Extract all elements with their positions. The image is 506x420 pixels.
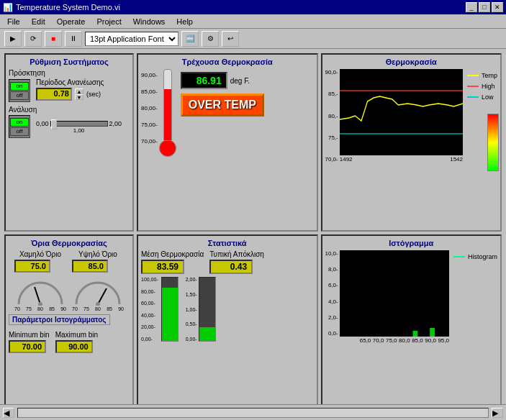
max-bin-group: Maximum bin 90.00 — [55, 331, 98, 353]
bottom-bar: ◀ ▶ — [0, 404, 506, 420]
high-legend-color — [467, 86, 479, 87]
low-limit-input[interactable]: 75.0 — [14, 260, 50, 273]
menu-file[interactable]: File — [4, 17, 23, 27]
chart-y-labels: 90,0-85,-80,-75,-70,0- — [325, 69, 338, 163]
min-bin-group: Minimum bin 70.00 — [9, 331, 50, 353]
svg-line-2 — [35, 287, 40, 304]
thermo-scale-1: 70,00- — [141, 138, 158, 145]
tool-btn3[interactable]: ↩ — [222, 31, 239, 47]
limits-panel: Όρια Θερμοκρασίας Χαμηλό Όριο 75.0 70758… — [4, 234, 134, 413]
bar2-scale: 2,00-1,50-1,00-0,50-0,00- — [186, 277, 197, 342]
mean-label: Μέση Θερμοκρασία — [141, 250, 204, 258]
svg-rect-7 — [430, 328, 435, 337]
stats-panel-title: Στατιστικά — [141, 239, 314, 247]
svg-rect-6 — [412, 331, 417, 337]
minimize-button[interactable]: _ — [466, 2, 477, 12]
proximity-switch[interactable]: on off — [9, 79, 30, 102]
high-limit-input[interactable]: 85.0 — [72, 260, 108, 273]
run-cont-button[interactable]: ⟳ — [24, 31, 42, 47]
thermo-panel-title: Τρέχουσα Θερμοκρασία — [141, 58, 314, 66]
chart-panel-title: Θερμοκρασία — [325, 58, 498, 66]
system-panel-title: Ρύθμιση Συστήματος — [9, 58, 130, 66]
switch-on[interactable]: on — [10, 82, 29, 91]
stats-panel: Στατιστικά Μέση Θερμοκρασία 83.59 Τυπική… — [137, 234, 318, 413]
toolbar: ▶ ⟳ ■ ⏸ 13pt Application Font 🔤 ⚙ ↩ — [0, 29, 506, 49]
hist-params-title: Παράμετροι Ιστογράμματος — [9, 314, 110, 325]
low-legend-color — [467, 96, 479, 98]
spin-up[interactable]: ▲ — [75, 88, 83, 94]
low-limit-group: Χαμηλό Όριο 75.0 7075808590 — [14, 250, 66, 311]
bar1-fill — [162, 288, 178, 341]
bar1-scale: 100,00-80,00-60,00-40,00-20,00-0,00- — [141, 277, 158, 342]
thermometer-panel: Τρέχουσα Θερμοκρασία 90,00- 85,00- 80,00… — [137, 53, 318, 232]
svg-point-3 — [38, 302, 42, 306]
mean-value: 83.59 — [141, 260, 184, 274]
histogram-panel-title: Ιστόγραμμα — [325, 239, 498, 247]
hist-x-labels: 65,070,075,080,085,090,095,0 — [340, 337, 449, 344]
close-button[interactable]: ✕ — [492, 2, 503, 12]
system-panel: Ρύθμιση Συστήματος Πρόσκτηση on off Περί… — [4, 53, 134, 232]
histogram-panel: Ιστόγραμμα 10,0-8,0-6,0-4,0-2,0-0,0- 65,… — [321, 234, 502, 413]
analysis-slider[interactable] — [50, 121, 108, 127]
font-select[interactable]: 13pt Application Font — [85, 32, 179, 46]
hist-legend-color — [453, 256, 465, 257]
high-limit-group: Υψηλό Όριο 85.0 7075808590 — [72, 250, 124, 311]
switch-off[interactable]: off — [10, 91, 29, 100]
period-input[interactable]: 0.78 — [36, 88, 72, 101]
std-group: Τυπική Απόκλιση 0.43 — [209, 250, 264, 274]
analysis-on[interactable]: on — [10, 118, 29, 127]
bar1-track — [161, 277, 179, 342]
menu-windows[interactable]: Windows — [130, 17, 168, 27]
svg-line-4 — [98, 288, 107, 304]
min-bin-input[interactable]: 70.00 — [9, 340, 46, 353]
main-content: Ρύθμιση Συστήματος Πρόσκτηση on off Περί… — [0, 49, 506, 417]
tool-btn2[interactable]: ⚙ — [202, 31, 219, 47]
low-gauge-ticks: 7075808590 — [14, 306, 66, 311]
menu-edit[interactable]: Edit — [29, 17, 48, 27]
hist-y-labels: 10,0-8,0-6,0-4,0-2,0-0,0- — [325, 250, 338, 337]
stop-button[interactable]: ■ — [45, 31, 62, 47]
mean-group: Μέση Θερμοκρασία 83.59 — [141, 250, 204, 274]
thermometer-bulb — [159, 140, 176, 157]
horizontal-scrollbar[interactable] — [17, 408, 489, 418]
maximize-button[interactable]: □ — [479, 2, 490, 12]
analysis-off[interactable]: off — [10, 127, 29, 136]
run-button[interactable]: ▶ — [4, 31, 22, 47]
high-legend-label: High — [482, 83, 495, 90]
pause-button[interactable]: ⏸ — [65, 31, 82, 47]
slider-max: 2,00 — [109, 120, 122, 127]
temp-legend-color — [467, 75, 479, 76]
analysis-switch[interactable]: on off — [9, 115, 30, 138]
temperature-chart-panel: Θερμοκρασία 90,0-85,-80,-75,-70,0- — [321, 53, 502, 232]
bar2-track — [199, 277, 216, 342]
menu-operate[interactable]: Operate — [54, 17, 89, 27]
thermometer-tube — [163, 69, 172, 141]
slider-min: 0,00 — [36, 120, 49, 127]
window-icon: 📊 — [3, 3, 13, 12]
low-legend-label: Low — [482, 93, 494, 101]
scroll-left-btn[interactable]: ◀ — [3, 408, 14, 418]
hist-legend-label: Histogram — [468, 253, 497, 260]
period-unit: (sec) — [86, 91, 101, 98]
spin-down[interactable]: ▼ — [75, 94, 83, 100]
menu-help[interactable]: Help — [173, 17, 196, 27]
tool-btn1[interactable]: 🔤 — [181, 31, 199, 47]
temp-legend-label: Temp — [482, 72, 497, 79]
high-limit-label: Υψηλό Όριο — [72, 250, 124, 258]
title-bar: 📊 Temperature System Demo.vi _ □ ✕ — [0, 0, 506, 14]
chart-x-labels: 1492 1542 — [340, 156, 463, 163]
hist-legend: Histogram — [451, 250, 497, 344]
limits-panel-title: Όρια Θερμοκρασίας — [9, 239, 130, 247]
thermo-scale-2: 75,00- — [141, 122, 158, 128]
temperature-chart — [340, 69, 463, 155]
max-bin-input[interactable]: 90.00 — [55, 340, 93, 353]
max-bin-label: Maximum bin — [55, 331, 98, 339]
std-value: 0.43 — [209, 260, 253, 274]
period-label: Περίοδος Ανανέωσης — [36, 78, 104, 86]
temperature-display: 86.91 — [181, 72, 227, 89]
min-bin-label: Minimum bin — [9, 331, 50, 339]
histogram-params: Παράμετροι Ιστογράμματος Minimum bin 70.… — [9, 314, 130, 353]
menu-project[interactable]: Project — [94, 17, 124, 27]
thermo-scale-4: 85,00- — [141, 88, 158, 95]
scroll-right-btn[interactable]: ▶ — [492, 408, 503, 418]
